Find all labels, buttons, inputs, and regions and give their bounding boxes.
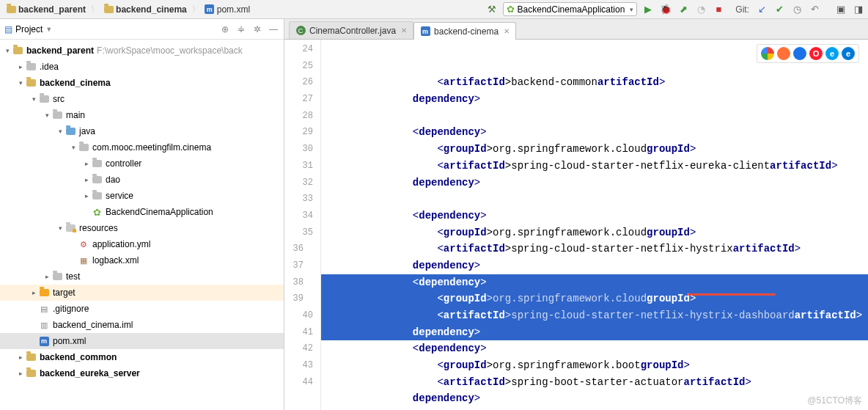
breadcrumb-module[interactable]: backend_cinema xyxy=(100,4,190,15)
code-line[interactable]: dependencies> xyxy=(321,407,868,410)
tree-label: backend_common xyxy=(40,352,117,362)
settings-icon[interactable]: ◨ xyxy=(852,3,865,16)
folder-icon xyxy=(51,109,63,121)
code-line[interactable]: <artifactId>spring-cloud-starter-netflix… xyxy=(321,241,868,257)
stop-icon[interactable]: ■ xyxy=(712,3,725,16)
opera-icon[interactable]: O xyxy=(809,47,823,60)
code-line[interactable]: <groupId>org.springframework.cloudgroupI… xyxy=(321,290,868,307)
editor-tabs: C CinemaController.java ✕ m backend-cine… xyxy=(284,19,868,40)
tree-java[interactable]: ▾java xyxy=(0,123,284,139)
tab-cinema-controller[interactable]: C CinemaController.java ✕ xyxy=(289,21,413,39)
breadcrumb-file[interactable]: m pom.xml xyxy=(202,4,253,15)
hide-icon[interactable]: — xyxy=(268,23,279,35)
tree-label: src xyxy=(53,94,65,104)
code-line[interactable]: <dependency> xyxy=(321,208,868,224)
spring-icon: ✿ xyxy=(507,4,515,15)
tree-main[interactable]: ▾main xyxy=(0,107,284,123)
tree-label: main xyxy=(66,110,85,120)
close-icon[interactable]: ✕ xyxy=(504,27,510,35)
project-view-selector[interactable]: ▤ Project ▼ xyxy=(4,24,52,34)
project-title-label: Project xyxy=(15,24,43,34)
tree-package[interactable]: ▾com.mooc.meetingfilm.cinema xyxy=(0,139,284,155)
code-line[interactable]: dependency> xyxy=(321,175,868,191)
breadcrumb-module-label: backend_cinema xyxy=(116,4,187,15)
code-content[interactable]: <artifactId>backend-commonartifactId> de… xyxy=(321,40,868,410)
code-line[interactable]: dependency> xyxy=(321,91,868,108)
tree-logback[interactable]: ▦logback.xml xyxy=(0,252,284,268)
tree-common[interactable]: ▸backend_common xyxy=(0,349,284,365)
tree-resources[interactable]: ▾resources xyxy=(0,220,284,236)
code-line[interactable]: <dependency> xyxy=(321,274,868,291)
code-line[interactable] xyxy=(321,191,868,208)
git-pull-icon[interactable]: ↙ xyxy=(755,3,768,16)
code-line[interactable] xyxy=(321,108,868,125)
code-editor[interactable]: 2425262728293031323334353637383940414243… xyxy=(284,40,868,410)
tree-root[interactable]: ▾backend_parentF:\workSpace\mooc_workspa… xyxy=(0,43,284,59)
tree-test[interactable]: ▸test xyxy=(0,268,284,285)
folder-icon xyxy=(51,271,63,282)
git-label: Git: xyxy=(735,4,749,15)
code-line[interactable]: dependency> xyxy=(321,257,868,274)
iml-icon: ▥ xyxy=(38,319,50,331)
close-icon[interactable]: ✕ xyxy=(401,26,407,34)
tree-gitignore[interactable]: ▤.gitignore xyxy=(0,301,284,317)
profile-icon[interactable]: ◔ xyxy=(694,3,707,16)
search-icon[interactable]: ▣ xyxy=(834,3,847,16)
git-commit-icon[interactable]: ✔ xyxy=(773,3,786,16)
code-line[interactable]: <groupId>org.springframework.cloudgroupI… xyxy=(321,141,868,158)
tree-app-yml[interactable]: ⚙application.yml xyxy=(0,236,284,252)
project-sidebar: ▤ Project ▼ ⊕ ≑ ✲ — ▾backend_parentF:\wo… xyxy=(0,19,284,410)
tree-label: .gitignore xyxy=(53,304,89,314)
tree-target[interactable]: ▸target xyxy=(0,285,284,301)
tree-idea[interactable]: ▸.idea xyxy=(0,59,284,75)
ie-icon[interactable]: e xyxy=(825,47,839,60)
annotation-underline xyxy=(688,293,776,296)
tree-eureka[interactable]: ▸backend_eureka_server xyxy=(0,365,284,381)
tree-dao[interactable]: ▸dao xyxy=(0,172,284,188)
tree-app-class[interactable]: ✿BackendCinemaApplication xyxy=(0,204,284,220)
safari-icon[interactable] xyxy=(793,47,806,60)
breadcrumb-sep-icon: 〉 xyxy=(192,4,199,15)
code-line[interactable]: dependency> xyxy=(321,324,868,341)
breadcrumb-root[interactable]: backend_parent xyxy=(3,4,89,15)
tree-label: java xyxy=(79,126,95,136)
tree-service[interactable]: ▸service xyxy=(0,188,284,204)
run-configuration-dropdown[interactable]: ✿ BackendCinemaApplication xyxy=(503,2,638,16)
collapse-icon[interactable]: ≑ xyxy=(235,23,247,35)
coverage-icon[interactable]: ⬈ xyxy=(677,3,690,16)
watermark: @51CTO博客 xyxy=(807,395,862,407)
code-line[interactable]: <artifactId>spring-boot-starter-actuator… xyxy=(321,374,868,391)
code-line[interactable]: <artifactId>spring-cloud-starter-netflix… xyxy=(321,307,868,324)
debug-icon[interactable]: 🐞 xyxy=(659,3,672,16)
edge-icon[interactable]: e xyxy=(842,47,855,60)
firefox-icon[interactable] xyxy=(777,47,790,60)
run-icon[interactable]: ▶ xyxy=(641,3,655,16)
tree-iml[interactable]: ▥backend_cinema.iml xyxy=(0,317,284,333)
git-history-icon[interactable]: ◷ xyxy=(790,3,803,16)
chrome-icon[interactable] xyxy=(761,47,774,60)
code-line[interactable]: <artifactId>spring-cloud-starter-netflix… xyxy=(321,158,868,175)
dropdown-icon: ▼ xyxy=(45,26,52,33)
folder-icon xyxy=(25,61,37,73)
code-line[interactable]: dependency> xyxy=(321,390,868,407)
code-line[interactable]: <artifactId>backend-commonartifactId> xyxy=(321,74,868,91)
tree-controller[interactable]: ▸controller xyxy=(0,155,284,172)
tree-src[interactable]: ▾src xyxy=(0,91,284,107)
tree-pom[interactable]: mpom.xml xyxy=(0,333,284,349)
tree-module[interactable]: ▾backend_cinema xyxy=(0,75,284,91)
code-line[interactable]: <groupId>org.springframework.cloudgroupI… xyxy=(321,224,868,241)
top-toolbar: backend_parent 〉 backend_cinema 〉 m pom.… xyxy=(0,0,868,19)
tab-backend-cinema[interactable]: m backend-cinema ✕ xyxy=(413,22,516,40)
settings-gear-icon[interactable]: ✲ xyxy=(251,23,263,35)
code-line[interactable]: <groupId>org.springframework.bootgroupId… xyxy=(321,357,868,374)
breadcrumb-sep-icon: 〉 xyxy=(91,4,98,15)
line-gutter[interactable]: 2425262728293031323334353637383940414243… xyxy=(284,40,321,410)
tree-label: BackendCinemaApplication xyxy=(106,207,213,217)
code-line[interactable]: <dependency> xyxy=(321,124,868,141)
hammer-build-icon[interactable]: ⚒ xyxy=(485,3,499,16)
project-icon: ▤ xyxy=(4,24,12,34)
project-tree[interactable]: ▾backend_parentF:\workSpace\mooc_workspa… xyxy=(0,40,284,410)
code-line[interactable]: <dependency> xyxy=(321,340,868,357)
git-revert-icon[interactable]: ↶ xyxy=(808,3,821,16)
locate-icon[interactable]: ⊕ xyxy=(219,23,231,35)
